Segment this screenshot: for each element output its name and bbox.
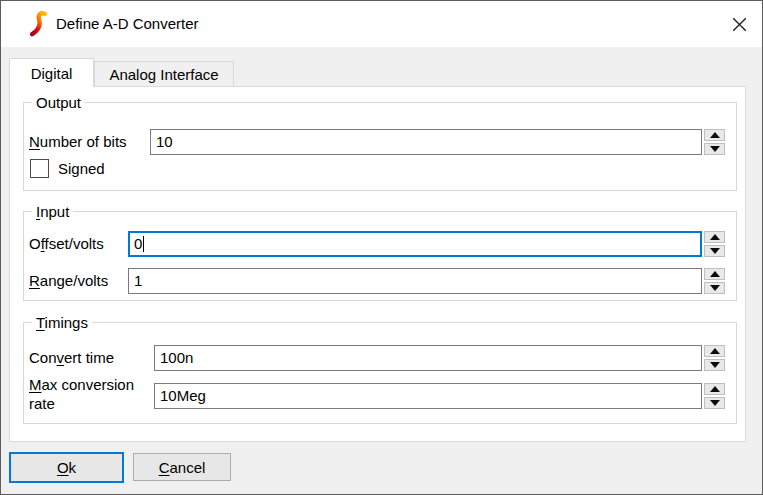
- number-of-bits-value: 10: [156, 133, 173, 150]
- max-conversion-rate-spinner: [704, 383, 725, 409]
- range-volts-spinner: [704, 268, 725, 294]
- max-conversion-rate-value: 10Meg: [160, 387, 206, 404]
- offset-volts-label: Offset/volts: [29, 231, 104, 257]
- number-of-bits-label: Number of bits: [29, 129, 127, 155]
- convert-time-label: Convert time: [29, 345, 114, 371]
- number-of-bits-field[interactable]: 10: [150, 129, 702, 155]
- tab-digital-label: Digital: [31, 65, 73, 82]
- triangle-down-icon: [710, 146, 720, 152]
- tab-digital[interactable]: Digital: [9, 58, 94, 87]
- offset-volts-field[interactable]: 0: [128, 231, 702, 257]
- spin-up-button[interactable]: [704, 129, 725, 141]
- triangle-down-icon: [710, 285, 720, 291]
- spin-down-button[interactable]: [704, 397, 725, 409]
- ok-button-label: Ok: [57, 459, 76, 476]
- triangle-up-icon: [710, 348, 720, 354]
- spin-up-button[interactable]: [704, 345, 725, 357]
- offset-volts-value: 0: [134, 235, 142, 252]
- spin-down-button[interactable]: [704, 245, 725, 257]
- triangle-up-icon: [710, 132, 720, 138]
- convert-time-spinner: [704, 345, 725, 371]
- triangle-up-icon: [710, 271, 720, 277]
- triangle-down-icon: [710, 362, 720, 368]
- triangle-up-icon: [710, 386, 720, 392]
- output-group-legend: Output: [32, 93, 85, 112]
- timings-group-legend: Timings: [32, 313, 92, 332]
- triangle-down-icon: [710, 400, 720, 406]
- cancel-button[interactable]: Cancel: [133, 453, 231, 481]
- convert-time-field[interactable]: 100n: [154, 345, 702, 371]
- max-conversion-rate-label: Max conversion rate: [29, 375, 149, 413]
- ok-button[interactable]: Ok: [9, 452, 124, 483]
- window-title: Define A-D Converter: [56, 1, 199, 47]
- triangle-up-icon: [710, 234, 720, 240]
- define-ad-converter-dialog: Define A-D Converter Digital Analog Inte…: [0, 0, 763, 495]
- text-caret: [143, 236, 144, 252]
- range-volts-label: Range/volts: [29, 268, 108, 294]
- digital-tab-page: Output Number of bits 10 Signed Input Of…: [9, 86, 746, 442]
- app-logo-icon: [29, 11, 47, 37]
- offset-volts-spinner: [704, 231, 725, 257]
- output-group: Output Number of bits 10 Signed: [23, 102, 737, 191]
- spin-up-button[interactable]: [704, 268, 725, 280]
- close-icon: [732, 17, 747, 32]
- convert-time-value: 100n: [160, 349, 193, 366]
- spin-up-button[interactable]: [704, 383, 725, 395]
- timings-group: Timings Convert time 100n Max conversion…: [23, 322, 737, 424]
- tab-analog-interface[interactable]: Analog Interface: [94, 61, 234, 86]
- close-button[interactable]: [716, 1, 762, 47]
- tab-analog-interface-label: Analog Interface: [109, 66, 218, 83]
- number-of-bits-spinner: [704, 129, 725, 155]
- cancel-button-label: Cancel: [159, 459, 206, 476]
- range-volts-field[interactable]: 1: [128, 268, 702, 294]
- spin-down-button[interactable]: [704, 143, 725, 155]
- input-group-legend: Input: [32, 202, 73, 221]
- signed-checkbox-label: Signed: [58, 159, 105, 178]
- spin-up-button[interactable]: [704, 231, 725, 243]
- input-group: Input Offset/volts 0 Range/volts 1: [23, 211, 737, 301]
- triangle-down-icon: [710, 248, 720, 254]
- spin-down-button[interactable]: [704, 282, 725, 294]
- max-conversion-rate-field[interactable]: 10Meg: [154, 383, 702, 409]
- range-volts-value: 1: [134, 272, 142, 289]
- spin-down-button[interactable]: [704, 359, 725, 371]
- signed-checkbox[interactable]: [30, 159, 49, 178]
- titlebar: Define A-D Converter: [1, 1, 762, 47]
